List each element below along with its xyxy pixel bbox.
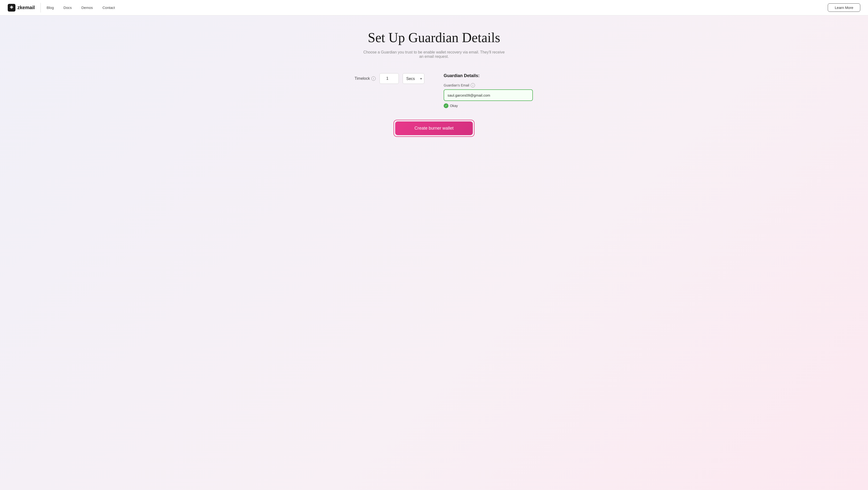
navbar-divider [40, 3, 41, 12]
guardian-section-title: Guardian Details: [444, 73, 533, 78]
timelock-input[interactable] [379, 73, 399, 84]
svg-point-1 [11, 6, 12, 8]
guardian-email-label: Guardian's Email i [444, 83, 533, 88]
nav-docs[interactable]: Docs [63, 5, 72, 10]
timelock-section: Timelock i Secs Mins Hours Days [335, 73, 424, 84]
page-subtitle: Choose a Guardian you trust to be enable… [362, 50, 506, 59]
create-wallet-button-wrapper: Create burner wallet [394, 120, 474, 137]
navbar: zkemail Blog Docs Demos Contact Learn Mo… [0, 0, 868, 15]
timelock-info-icon[interactable]: i [371, 76, 376, 81]
guardian-section: Guardian Details: Guardian's Email i ✓ O… [444, 73, 533, 108]
create-wallet-button[interactable]: Create burner wallet [395, 122, 473, 135]
nav-blog[interactable]: Blog [46, 5, 54, 10]
guardian-email-input[interactable] [444, 89, 533, 101]
main-content: Set Up Guardian Details Choose a Guardia… [0, 15, 868, 156]
learn-more-button[interactable]: Learn More [828, 3, 860, 12]
secs-wrapper: Secs Mins Hours Days [403, 73, 424, 84]
check-icon: ✓ [444, 103, 448, 108]
nav-demos[interactable]: Demos [81, 5, 93, 10]
form-area: Timelock i Secs Mins Hours Days Guardian… [335, 73, 533, 108]
logo-text: zkemail [18, 5, 35, 10]
timelock-label: Timelock i [355, 76, 376, 81]
page-title: Set Up Guardian Details [368, 30, 500, 45]
navbar-right: Learn More [828, 3, 860, 12]
logo[interactable]: zkemail [8, 4, 35, 11]
secs-select[interactable]: Secs Mins Hours Days [403, 73, 424, 84]
guardian-email-info-icon[interactable]: i [471, 83, 475, 88]
navbar-links: Blog Docs Demos Contact [46, 5, 828, 10]
nav-contact[interactable]: Contact [102, 5, 115, 10]
okay-indicator: ✓ Okay [444, 103, 533, 108]
logo-icon [8, 4, 16, 11]
okay-label: Okay [450, 104, 458, 108]
